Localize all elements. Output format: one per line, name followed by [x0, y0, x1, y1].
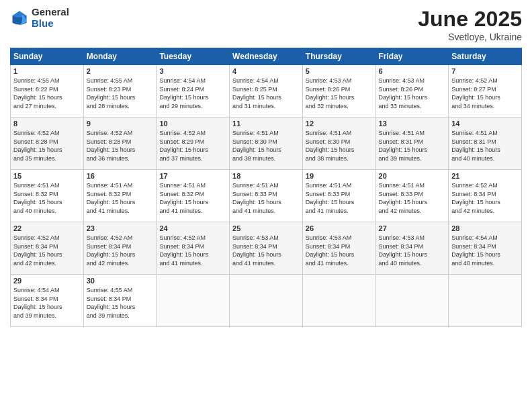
week-row-3: 15Sunrise: 4:51 AM Sunset: 8:32 PM Dayli… — [11, 170, 522, 222]
day-info: Sunrise: 4:55 AM Sunset: 8:23 PM Dayligh… — [87, 77, 154, 110]
table-cell — [157, 275, 230, 327]
day-info: Sunrise: 4:55 AM Sunset: 8:34 PM Dayligh… — [87, 286, 154, 320]
day-info: Sunrise: 4:53 AM Sunset: 8:34 PM Dayligh… — [379, 234, 446, 267]
day-number: 19 — [306, 172, 373, 180]
day-number: 7 — [451, 67, 519, 75]
table-cell: 18Sunrise: 4:51 AM Sunset: 8:33 PM Dayli… — [230, 170, 303, 222]
location: Svetloye, Ukraine — [418, 32, 522, 42]
logo-blue: Blue — [32, 17, 54, 29]
table-cell: 10Sunrise: 4:52 AM Sunset: 8:29 PM Dayli… — [157, 118, 230, 170]
table-cell: 11Sunrise: 4:51 AM Sunset: 8:30 PM Dayli… — [230, 118, 303, 170]
day-info: Sunrise: 4:52 AM Sunset: 8:34 PM Dayligh… — [159, 234, 226, 267]
day-number: 4 — [232, 67, 300, 75]
day-info: Sunrise: 4:54 AM Sunset: 8:34 PM Dayligh… — [451, 234, 519, 267]
col-wednesday: Wednesday — [230, 48, 303, 65]
header-row: Sunday Monday Tuesday Wednesday Thursday… — [11, 48, 522, 65]
table-cell: 23Sunrise: 4:52 AM Sunset: 8:34 PM Dayli… — [83, 222, 157, 275]
table-cell: 17Sunrise: 4:51 AM Sunset: 8:32 PM Dayli… — [157, 170, 230, 222]
day-number: 26 — [306, 224, 373, 232]
day-number: 16 — [87, 172, 154, 180]
table-cell: 19Sunrise: 4:51 AM Sunset: 8:33 PM Dayli… — [302, 170, 375, 222]
day-number: 24 — [159, 224, 226, 232]
table-cell: 30Sunrise: 4:55 AM Sunset: 8:34 PM Dayli… — [83, 275, 157, 327]
col-thursday: Thursday — [302, 48, 375, 65]
table-cell: 5Sunrise: 4:53 AM Sunset: 8:26 PM Daylig… — [302, 65, 375, 118]
logo-icon — [10, 9, 29, 28]
table-cell: 22Sunrise: 4:52 AM Sunset: 8:34 PM Dayli… — [11, 222, 84, 275]
day-number: 29 — [13, 277, 81, 285]
day-number: 3 — [159, 67, 226, 75]
header: General Blue June 2025 Svetloye, Ukraine — [10, 7, 522, 42]
day-number: 27 — [379, 224, 446, 232]
col-sunday: Sunday — [11, 48, 84, 65]
table-cell — [302, 275, 375, 327]
calendar-table: Sunday Monday Tuesday Wednesday Thursday… — [10, 48, 522, 327]
day-info: Sunrise: 4:51 AM Sunset: 8:32 PM Dayligh… — [159, 181, 226, 215]
day-info: Sunrise: 4:52 AM Sunset: 8:29 PM Dayligh… — [159, 129, 226, 163]
day-number: 9 — [87, 120, 154, 128]
day-info: Sunrise: 4:51 AM Sunset: 8:31 PM Dayligh… — [451, 129, 519, 163]
table-cell: 3Sunrise: 4:54 AM Sunset: 8:24 PM Daylig… — [157, 65, 230, 118]
table-cell: 1Sunrise: 4:55 AM Sunset: 8:22 PM Daylig… — [11, 65, 84, 118]
table-cell: 16Sunrise: 4:51 AM Sunset: 8:32 PM Dayli… — [83, 170, 157, 222]
table-cell: 27Sunrise: 4:53 AM Sunset: 8:34 PM Dayli… — [375, 222, 449, 275]
table-cell: 21Sunrise: 4:52 AM Sunset: 8:34 PM Dayli… — [449, 170, 522, 222]
table-cell: 26Sunrise: 4:53 AM Sunset: 8:34 PM Dayli… — [302, 222, 375, 275]
month-title: June 2025 — [418, 7, 522, 32]
day-number: 28 — [451, 224, 519, 232]
table-cell: 14Sunrise: 4:51 AM Sunset: 8:31 PM Dayli… — [449, 118, 522, 170]
day-info: Sunrise: 4:51 AM Sunset: 8:33 PM Dayligh… — [379, 181, 446, 215]
table-cell — [230, 275, 303, 327]
day-number: 8 — [13, 120, 81, 128]
day-info: Sunrise: 4:53 AM Sunset: 8:26 PM Dayligh… — [379, 77, 446, 110]
day-number: 22 — [13, 224, 81, 232]
day-info: Sunrise: 4:52 AM Sunset: 8:34 PM Dayligh… — [13, 234, 81, 267]
week-row-1: 1Sunrise: 4:55 AM Sunset: 8:22 PM Daylig… — [11, 65, 522, 118]
table-cell: 12Sunrise: 4:51 AM Sunset: 8:30 PM Dayli… — [302, 118, 375, 170]
day-info: Sunrise: 4:51 AM Sunset: 8:33 PM Dayligh… — [232, 181, 300, 215]
week-row-2: 8Sunrise: 4:52 AM Sunset: 8:28 PM Daylig… — [11, 118, 522, 170]
day-number: 10 — [159, 120, 226, 128]
table-cell: 4Sunrise: 4:54 AM Sunset: 8:25 PM Daylig… — [230, 65, 303, 118]
day-info: Sunrise: 4:52 AM Sunset: 8:28 PM Dayligh… — [87, 129, 154, 163]
day-number: 21 — [451, 172, 519, 180]
day-info: Sunrise: 4:51 AM Sunset: 8:31 PM Dayligh… — [379, 129, 446, 163]
table-cell: 25Sunrise: 4:53 AM Sunset: 8:34 PM Dayli… — [230, 222, 303, 275]
table-cell: 2Sunrise: 4:55 AM Sunset: 8:23 PM Daylig… — [83, 65, 157, 118]
day-number: 2 — [87, 67, 154, 75]
day-number: 6 — [379, 67, 446, 75]
week-row-5: 29Sunrise: 4:54 AM Sunset: 8:34 PM Dayli… — [11, 275, 522, 327]
day-info: Sunrise: 4:54 AM Sunset: 8:24 PM Dayligh… — [159, 77, 226, 110]
calendar-page: General Blue June 2025 Svetloye, Ukraine… — [0, 0, 532, 411]
col-monday: Monday — [83, 48, 157, 65]
day-number: 30 — [87, 277, 154, 285]
day-number: 23 — [87, 224, 154, 232]
day-info: Sunrise: 4:51 AM Sunset: 8:32 PM Dayligh… — [87, 181, 154, 215]
day-info: Sunrise: 4:52 AM Sunset: 8:34 PM Dayligh… — [451, 181, 519, 215]
day-number: 18 — [232, 172, 300, 180]
day-info: Sunrise: 4:53 AM Sunset: 8:34 PM Dayligh… — [306, 234, 373, 267]
day-number: 11 — [232, 120, 300, 128]
day-number: 12 — [306, 120, 373, 128]
day-info: Sunrise: 4:51 AM Sunset: 8:30 PM Dayligh… — [306, 129, 373, 163]
day-info: Sunrise: 4:51 AM Sunset: 8:30 PM Dayligh… — [232, 129, 300, 163]
day-number: 15 — [13, 172, 81, 180]
table-cell: 15Sunrise: 4:51 AM Sunset: 8:32 PM Dayli… — [11, 170, 84, 222]
table-cell: 8Sunrise: 4:52 AM Sunset: 8:28 PM Daylig… — [11, 118, 84, 170]
day-number: 17 — [159, 172, 226, 180]
table-cell: 29Sunrise: 4:54 AM Sunset: 8:34 PM Dayli… — [11, 275, 84, 327]
table-cell: 20Sunrise: 4:51 AM Sunset: 8:33 PM Dayli… — [375, 170, 449, 222]
logo-text: General Blue — [32, 7, 69, 29]
day-info: Sunrise: 4:53 AM Sunset: 8:26 PM Dayligh… — [306, 77, 373, 110]
day-info: Sunrise: 4:51 AM Sunset: 8:33 PM Dayligh… — [306, 181, 373, 215]
day-number: 25 — [232, 224, 300, 232]
table-cell: 7Sunrise: 4:52 AM Sunset: 8:27 PM Daylig… — [449, 65, 522, 118]
table-cell: 13Sunrise: 4:51 AM Sunset: 8:31 PM Dayli… — [375, 118, 449, 170]
col-saturday: Saturday — [449, 48, 522, 65]
day-info: Sunrise: 4:53 AM Sunset: 8:34 PM Dayligh… — [232, 234, 300, 267]
week-row-4: 22Sunrise: 4:52 AM Sunset: 8:34 PM Dayli… — [11, 222, 522, 275]
day-info: Sunrise: 4:55 AM Sunset: 8:22 PM Dayligh… — [13, 77, 81, 110]
day-number: 5 — [306, 67, 373, 75]
logo: General Blue — [10, 7, 69, 29]
title-block: June 2025 Svetloye, Ukraine — [418, 7, 522, 42]
